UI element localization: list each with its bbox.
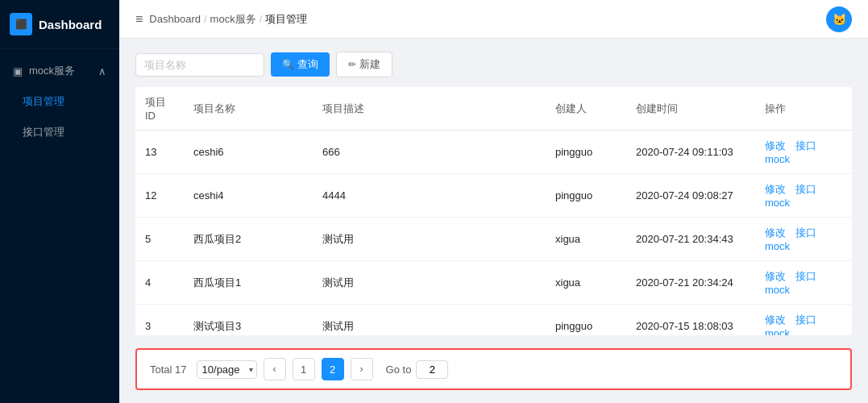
search-input[interactable] — [135, 53, 264, 77]
pagination-total-label: Total 17 — [150, 364, 187, 376]
pagination: Total 17 10/page 20/page 50/page ‹ 1 2 › — [135, 348, 852, 390]
edit-link-2[interactable]: 修改 — [765, 226, 786, 239]
cell-desc-0: 666 — [313, 131, 546, 174]
cell-desc-1: 4444 — [313, 174, 546, 218]
header-right: 🐱 — [826, 6, 852, 32]
sidebar-logo-text: Dashboard — [39, 18, 102, 31]
breadcrumb-sep-1: / — [204, 13, 207, 25]
col-header-id: 项目ID — [135, 87, 184, 131]
dashboard-icon: ⬛ — [15, 19, 27, 30]
cell-desc-2: 测试用 — [313, 218, 546, 261]
new-btn-label: 新建 — [359, 57, 380, 72]
page-1-button[interactable]: 1 — [293, 358, 315, 380]
goto-input[interactable] — [416, 360, 448, 379]
cell-action-2: 修改 接口mock — [755, 218, 852, 261]
cell-desc-3: 测试用 — [313, 261, 546, 305]
edit-link-3[interactable]: 修改 — [765, 270, 786, 282]
cell-creator-0: pingguo — [546, 131, 626, 174]
cell-id-2: 5 — [135, 218, 184, 261]
chevron-up-icon: ∧ — [98, 65, 106, 77]
sidebar-menu-group-mock: ▣ mock服务 ∧ 项目管理 接口管理 — [0, 56, 119, 147]
cell-time-1: 2020-07-24 09:08:27 — [626, 174, 755, 218]
cell-action-1: 修改 接口mock — [755, 174, 852, 218]
search-icon: 🔍 — [282, 59, 294, 70]
table-header-row: 项目ID 项目名称 项目描述 创建人 创建时间 操作 — [135, 87, 852, 131]
cell-action-4: 修改 接口mock — [755, 305, 852, 336]
header: ≡ Dashboard / mock服务 / 项目管理 🐱 — [119, 0, 868, 39]
page-1-label: 1 — [301, 364, 306, 376]
cell-time-4: 2020-07-15 18:08:03 — [626, 305, 755, 336]
cell-desc-4: 测试用 — [313, 305, 546, 336]
table-row: 3 测试项目3 测试用 pingguo 2020-07-15 18:08:03 … — [135, 305, 852, 336]
edit-link-0[interactable]: 修改 — [765, 139, 786, 152]
sidebar-group-mock-label: mock服务 — [29, 64, 75, 78]
main-content: ≡ Dashboard / mock服务 / 项目管理 🐱 🔍 查询 — [119, 0, 868, 403]
page-2-label: 2 — [330, 364, 335, 376]
cell-creator-3: xigua — [546, 261, 626, 305]
search-btn-label: 查询 — [297, 57, 318, 72]
edit-link-1[interactable]: 修改 — [765, 183, 786, 195]
cell-name-4: 测试项目3 — [184, 305, 313, 336]
page-goto: Go to — [386, 360, 449, 379]
breadcrumb-item-dashboard[interactable]: Dashboard — [149, 13, 201, 25]
search-button[interactable]: 🔍 查询 — [271, 52, 330, 77]
edit-link-4[interactable]: 修改 — [765, 314, 786, 326]
cell-action-0: 修改 接口mock — [755, 131, 852, 174]
goto-label: Go to — [386, 364, 412, 376]
next-page-button[interactable]: › — [351, 358, 373, 380]
table-row: 12 ceshi4 4444 pingguo 2020-07-24 09:08:… — [135, 174, 852, 218]
header-left: ≡ Dashboard / mock服务 / 项目管理 — [135, 12, 307, 27]
cell-creator-2: xigua — [546, 218, 626, 261]
cell-id-3: 4 — [135, 261, 184, 305]
page-2-button[interactable]: 2 — [322, 358, 344, 380]
cell-name-0: ceshi6 — [184, 131, 313, 174]
table-row: 13 ceshi6 666 pingguo 2020-07-24 09:11:0… — [135, 131, 852, 174]
cell-name-3: 西瓜项目1 — [184, 261, 313, 305]
prev-page-button[interactable]: ‹ — [264, 358, 286, 380]
sidebar-group-mock-header[interactable]: ▣ mock服务 ∧ — [0, 56, 119, 86]
user-avatar[interactable]: 🐱 — [826, 6, 852, 32]
sidebar-item-api-label: 接口管理 — [23, 126, 64, 138]
avatar-icon: 🐱 — [833, 13, 846, 26]
cell-action-3: 修改 接口mock — [755, 261, 852, 305]
cell-creator-1: pingguo — [546, 174, 626, 218]
col-header-desc: 项目描述 — [313, 87, 546, 131]
project-table: 项目ID 项目名称 项目描述 创建人 创建时间 操作 13 ceshi6 666… — [135, 87, 852, 335]
toolbar: 🔍 查询 ✏ 新建 — [135, 52, 852, 77]
cell-name-1: ceshi4 — [184, 174, 313, 218]
new-button[interactable]: ✏ 新建 — [336, 52, 392, 77]
cell-creator-4: pingguo — [546, 305, 626, 336]
col-header-time: 创建时间 — [626, 87, 755, 131]
cell-time-3: 2020-07-21 20:34:24 — [626, 261, 755, 305]
sidebar-menu: ▣ mock服务 ∧ 项目管理 接口管理 — [0, 49, 119, 403]
page-size-select[interactable]: 10/page 20/page 50/page — [197, 360, 257, 379]
breadcrumb-sep-2: / — [260, 13, 263, 25]
breadcrumb: Dashboard / mock服务 / 项目管理 — [149, 12, 307, 27]
cell-id-1: 12 — [135, 174, 184, 218]
col-header-action: 操作 — [755, 87, 852, 131]
sidebar-item-project-label: 项目管理 — [23, 95, 64, 107]
breadcrumb-item-mock[interactable]: mock服务 — [210, 12, 256, 27]
hamburger-icon[interactable]: ≡ — [135, 12, 143, 27]
sidebar-item-api[interactable]: 接口管理 — [0, 117, 119, 147]
cell-time-2: 2020-07-21 20:34:43 — [626, 218, 755, 261]
sidebar-logo-icon: ⬛ — [10, 13, 32, 35]
col-header-name: 项目名称 — [184, 87, 313, 131]
chevron-right-icon: › — [360, 364, 363, 375]
cell-id-4: 3 — [135, 305, 184, 336]
sidebar-item-project[interactable]: 项目管理 — [0, 86, 119, 117]
menu-icon: ▣ — [13, 65, 23, 77]
breadcrumb-item-project: 项目管理 — [265, 12, 307, 27]
plus-icon: ✏ — [348, 59, 356, 70]
chevron-left-icon: ‹ — [273, 364, 276, 375]
page-content: 🔍 查询 ✏ 新建 项目ID 项目名称 项目描述 创建人 创建时间 操作 — [119, 39, 868, 403]
col-header-creator: 创建人 — [546, 87, 626, 131]
table-row: 4 西瓜项目1 测试用 xigua 2020-07-21 20:34:24 修改… — [135, 261, 852, 305]
table-row: 5 西瓜项目2 测试用 xigua 2020-07-21 20:34:43 修改… — [135, 218, 852, 261]
cell-name-2: 西瓜项目2 — [184, 218, 313, 261]
page-size-selector[interactable]: 10/page 20/page 50/page — [197, 360, 257, 379]
sidebar: ⬛ Dashboard ▣ mock服务 ∧ 项目管理 接口管理 — [0, 0, 119, 403]
sidebar-logo: ⬛ Dashboard — [0, 0, 119, 49]
cell-id-0: 13 — [135, 131, 184, 174]
cell-time-0: 2020-07-24 09:11:03 — [626, 131, 755, 174]
